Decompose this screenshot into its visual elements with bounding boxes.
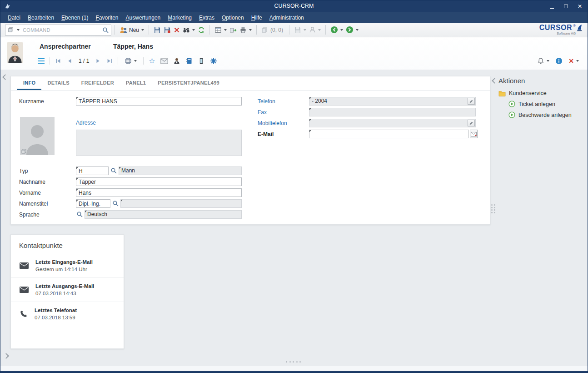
kurzname-input[interactable]	[76, 97, 242, 106]
adresse-link[interactable]: Adresse	[76, 120, 96, 126]
favorite-star-icon[interactable]: ☆	[149, 57, 155, 65]
refresh-button[interactable]	[196, 25, 206, 35]
contact-person-icon[interactable]	[173, 57, 180, 65]
kontakt-label: Letzte Ausgangs-E-Mail	[35, 283, 94, 289]
adresse-field[interactable]	[76, 130, 242, 156]
tab-persistentjpanel499[interactable]: PERSISTENTJPANEL499	[152, 76, 225, 90]
command-window-icon[interactable]	[8, 27, 14, 33]
sprache-lookup-icon[interactable]	[76, 211, 83, 217]
sprache-field[interactable]: Deutsch	[85, 210, 242, 219]
history-back-dropdown-icon[interactable]	[340, 29, 343, 31]
globe-button[interactable]	[123, 56, 138, 66]
vertical-splitter-handle[interactable]	[491, 204, 495, 213]
search-button[interactable]	[181, 25, 196, 35]
tab-panel1[interactable]: PANEL1	[120, 76, 152, 90]
nachname-input[interactable]	[76, 177, 242, 186]
command-input[interactable]	[22, 27, 100, 33]
mobiltelefon-link[interactable]: Mobiltelefon	[258, 120, 287, 126]
address-book-icon[interactable]	[185, 57, 193, 65]
search-dropdown-icon[interactable]	[192, 29, 195, 31]
delete-button[interactable]	[172, 26, 181, 34]
close-window-button[interactable]: ✕	[577, 3, 583, 10]
tab-freifelder[interactable]: FREIFELDER	[75, 76, 120, 90]
integration-icon[interactable]	[210, 57, 217, 65]
menu-ebenen[interactable]: Ebenen (1)	[58, 13, 92, 23]
namenstitel-lookup-icon[interactable]	[112, 200, 119, 207]
close-record-button[interactable]: ✕	[567, 57, 580, 65]
print-dropdown-icon[interactable]	[249, 29, 252, 31]
send-email-icon[interactable]	[160, 58, 168, 64]
mobile-phone-icon[interactable]	[198, 57, 205, 65]
menu-optionen[interactable]: Optionen	[218, 13, 248, 23]
menu-auswertungen[interactable]: Auswertungen	[122, 13, 164, 23]
command-box[interactable]	[5, 25, 111, 35]
list-item[interactable]: Letzte Ausgangs-E-Mail 07.03.2018 14:43	[11, 278, 124, 302]
menu-extras[interactable]: Extras	[195, 13, 218, 23]
namenstitel-text-field[interactable]	[120, 199, 242, 208]
action-ticket-anlegen[interactable]: Ticket anlegen	[508, 101, 586, 107]
compose-email-button[interactable]	[470, 130, 478, 138]
new-record-dropdown-icon[interactable]	[141, 29, 144, 31]
list-view-dropdown-icon[interactable]	[224, 29, 227, 31]
menu-datei[interactable]: Datei	[4, 13, 24, 23]
typ-lookup-icon[interactable]	[110, 167, 117, 174]
print-button[interactable]	[238, 25, 253, 35]
tab-info[interactable]: INFO	[17, 76, 41, 90]
close-record-dropdown-icon[interactable]	[576, 60, 579, 62]
typ-code-input[interactable]	[76, 166, 109, 175]
action-beschwerde-anlegen[interactable]: Beschwerde anlegen	[508, 111, 586, 118]
telefon-link[interactable]: Telefon	[258, 98, 275, 105]
menu-favoriten[interactable]: Favoriten	[92, 13, 122, 23]
fax-field[interactable]	[309, 108, 476, 116]
collapse-actions-panel-icon[interactable]	[492, 78, 498, 84]
telefon-edit-button[interactable]	[468, 98, 475, 105]
photo-copy-icon[interactable]	[21, 149, 26, 154]
nav-next-button[interactable]	[95, 58, 101, 64]
vorname-input[interactable]	[76, 188, 242, 197]
assign-user-button[interactable]	[308, 25, 322, 34]
nav-last-button[interactable]	[106, 58, 113, 64]
history-forward-dropdown-icon[interactable]	[356, 29, 359, 31]
nav-first-button[interactable]	[55, 58, 61, 64]
expand-bottom-panel-icon[interactable]	[3, 353, 9, 359]
transfer-button[interactable]	[228, 25, 238, 35]
list-item[interactable]: Letztes Telefonat 07.03.2018 13:59	[11, 302, 124, 326]
save-button[interactable]	[152, 25, 162, 35]
namenstitel-code-input[interactable]	[76, 199, 110, 208]
mobiltelefon-field[interactable]	[309, 119, 476, 127]
history-forward-button[interactable]	[344, 25, 360, 35]
menu-bearbeiten[interactable]: Bearbeiten	[24, 13, 58, 23]
new-record-button[interactable]: Neu	[118, 25, 145, 35]
history-back-button[interactable]	[329, 25, 344, 35]
export-button[interactable]	[293, 25, 308, 35]
notifications-dropdown-icon[interactable]	[547, 60, 549, 62]
menu-administration[interactable]: Administration	[266, 13, 308, 23]
horizontal-splitter-handle[interactable]	[286, 361, 301, 363]
list-item[interactable]: Letzte Eingangs-E-Mail Gestern um 14:14 …	[11, 254, 124, 278]
notifications-button[interactable]	[536, 56, 551, 66]
nav-prev-button[interactable]	[66, 58, 73, 64]
telefon-field[interactable]: - 2004	[309, 97, 476, 106]
collapse-left-panel-icon[interactable]	[2, 74, 8, 80]
export-dropdown-icon[interactable]	[304, 29, 306, 31]
typ-text-field[interactable]: Mann	[119, 166, 242, 175]
maximize-button[interactable]	[563, 3, 569, 10]
info-icon[interactable]	[555, 57, 563, 65]
record-menu-icon[interactable]	[38, 58, 45, 64]
actions-group-kundenservice[interactable]: Kundenservice	[498, 90, 586, 96]
list-view-button[interactable]	[213, 25, 228, 35]
coords-label: (0, 0)	[270, 27, 283, 33]
tab-details[interactable]: DETAILS	[41, 76, 75, 90]
menu-hilfe[interactable]: Hilfe	[248, 13, 266, 23]
mobiltelefon-edit-button[interactable]	[468, 120, 475, 126]
minimize-button[interactable]	[548, 3, 555, 10]
assign-user-dropdown-icon[interactable]	[318, 29, 321, 31]
command-search-icon[interactable]	[102, 27, 109, 33]
fax-link[interactable]: Fax	[258, 109, 267, 116]
command-dropdown-icon[interactable]	[17, 29, 20, 31]
save-all-button[interactable]	[162, 25, 172, 35]
globe-dropdown-icon[interactable]	[134, 60, 137, 62]
contact-photo-placeholder[interactable]	[20, 117, 55, 155]
menu-marketing[interactable]: Marketing	[164, 13, 195, 23]
email-input[interactable]	[309, 130, 469, 138]
